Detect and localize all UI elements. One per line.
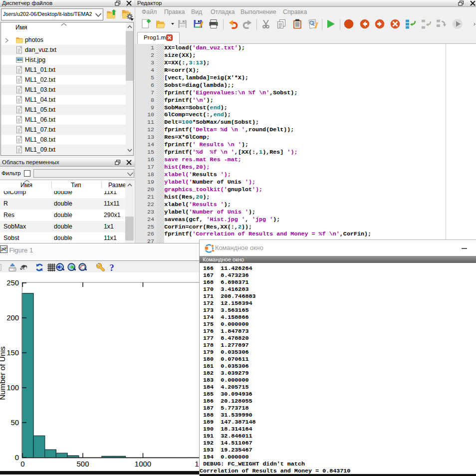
svg-text:200: 200 — [6, 314, 19, 322]
svg-text:50: 50 — [11, 419, 19, 427]
svg-text:500: 500 — [76, 460, 89, 468]
svg-text:150: 150 — [6, 349, 19, 357]
svg-text:0: 0 — [15, 454, 19, 462]
svg-text:0: 0 — [20, 460, 24, 468]
svg-text:100: 100 — [6, 384, 19, 392]
svg-text:?: ? — [109, 263, 114, 273]
svg-text:Number of Unis: Number of Unis — [0, 346, 6, 400]
svg-text:1000: 1000 — [135, 460, 151, 468]
svg-text:250: 250 — [6, 279, 19, 287]
